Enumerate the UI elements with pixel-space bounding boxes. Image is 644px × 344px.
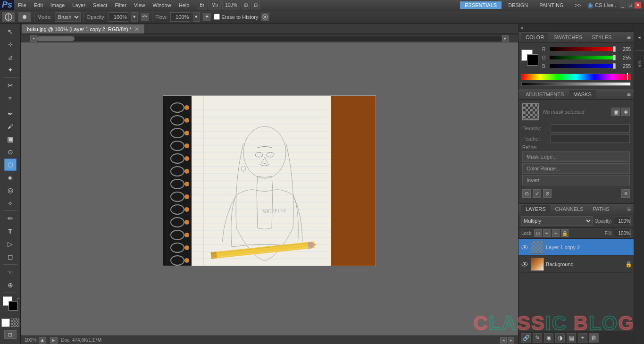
mask-preview-thumb[interactable] (522, 103, 539, 120)
mini-bridge-btn[interactable]: Mb (209, 1, 221, 9)
side-panel-toggle-1[interactable]: ◂ (635, 25, 644, 49)
new-layer-btn[interactable]: + (578, 333, 587, 343)
add-vector-mask-btn[interactable]: ◈ (621, 108, 630, 116)
g-slider[interactable] (550, 56, 616, 59)
erase-to-history-label[interactable]: Erase to History (214, 14, 258, 20)
airbrush-btn[interactable] (141, 13, 149, 21)
quick-mask-on-btn[interactable] (11, 319, 19, 327)
zoom-in-btn[interactable]: ▲ (39, 337, 46, 344)
hand-tool-btn[interactable]: ☜ (4, 266, 17, 278)
menu-select[interactable]: Select (89, 1, 111, 9)
mask-to-selection-btn[interactable]: ⊙ (522, 189, 531, 198)
swap-colors-btn[interactable]: ⇄ (17, 296, 20, 301)
color-panel-options[interactable]: ≡ (627, 34, 631, 41)
apply-mask-btn[interactable]: ✓ (533, 189, 541, 198)
blur-tool-btn[interactable]: ◎ (4, 184, 17, 196)
layer-row[interactable]: Layer 1 copy 2 (519, 239, 634, 256)
scrollbar-thumb[interactable] (37, 36, 75, 41)
move-tool-btn[interactable]: ↖ (4, 25, 17, 38)
canvas-image[interactable]: MICHELLE (163, 95, 376, 266)
panel-collapse-1[interactable]: ◂ (519, 24, 634, 32)
essentials-btn[interactable]: ESSENTIALS (460, 1, 502, 9)
r-slider[interactable] (550, 47, 616, 51)
mode-dropdown[interactable]: Brush (55, 12, 81, 22)
brush-preset-picker[interactable] (2, 12, 15, 22)
layer-visibility-btn[interactable] (520, 260, 529, 268)
design-btn[interactable]: DESIGN (503, 1, 533, 9)
painting-btn[interactable]: PAINTING (535, 1, 568, 9)
zoom-level-btn[interactable]: 100% (222, 1, 240, 9)
layers-tab[interactable]: LAYERS (521, 205, 550, 213)
layer-fx-btn[interactable]: fx (533, 333, 542, 343)
window-minimize-btn[interactable]: _ (619, 2, 626, 8)
window-maximize-btn[interactable]: □ (627, 2, 634, 8)
marquee-tool-btn[interactable]: ⊹ (4, 38, 17, 50)
density-input[interactable] (551, 124, 630, 133)
more-panels-btn[interactable]: >> (570, 1, 585, 9)
b-slider[interactable] (550, 64, 616, 68)
doc-info-btn[interactable]: ▶ (50, 337, 58, 344)
lock-transparent-btn[interactable]: ⊡ (534, 229, 542, 237)
brush-size-picker[interactable] (18, 12, 31, 22)
document-tab[interactable]: buku.jpg @ 100% (Layer 1 copy 2, RGB/8#)… (22, 24, 144, 34)
lock-all-btn[interactable]: 🔒 (561, 229, 569, 237)
type-tool-btn[interactable]: T (4, 225, 17, 237)
scrollbar-track[interactable] (37, 36, 502, 41)
add-pixel-mask-btn[interactable]: ▣ (611, 108, 620, 116)
scroll-right-indicator[interactable]: ▸ (508, 337, 514, 344)
masks-tab[interactable]: MASKS (569, 90, 596, 99)
clone-stamp-btn[interactable]: ▣ (4, 133, 17, 145)
magic-wand-btn[interactable]: ✦ (4, 64, 17, 76)
scroll-indicator[interactable]: ◂ (500, 337, 507, 344)
healing-brush-btn[interactable]: ✒ (4, 108, 17, 120)
color-range-btn[interactable]: Color Range... (522, 163, 630, 174)
feather-input[interactable] (551, 134, 630, 143)
opacity-menu-btn[interactable]: ▾ (131, 12, 138, 22)
menu-help[interactable]: Help (175, 1, 193, 9)
background-color[interactable] (8, 301, 18, 310)
canvas-scroll[interactable]: MICHELLE ◂ (21, 34, 518, 336)
fill-value-input[interactable] (614, 229, 631, 237)
opacity-value-input[interactable] (614, 217, 631, 225)
layer-row[interactable]: Background 🔒 (519, 256, 634, 273)
blend-mode-dropdown[interactable]: Multiply (521, 216, 593, 226)
delete-mask-btn[interactable]: ✕ (621, 189, 630, 198)
lock-position-btn[interactable]: ✛ (552, 229, 560, 237)
menu-filter[interactable]: Filter (111, 1, 130, 9)
layer-group-btn[interactable]: ▤ (567, 333, 576, 343)
menu-file[interactable]: File (14, 1, 30, 9)
tab-close-btn[interactable]: ✕ (134, 26, 139, 33)
gradient-tool-btn[interactable]: ◈ (4, 171, 17, 184)
mini-panel-1[interactable]: MB (635, 52, 644, 76)
opacity-input[interactable] (109, 12, 128, 22)
history-brush-btn[interactable]: ⊙ (4, 146, 17, 158)
tablet-pressure-btn[interactable]: ✦ (202, 13, 211, 21)
layers-panel-options[interactable]: ≡ (627, 205, 631, 213)
bridge-btn[interactable]: Br (197, 1, 207, 9)
flow-input[interactable] (170, 12, 190, 22)
eraser-tool-btn[interactable]: ⬡ (4, 159, 17, 171)
lock-image-btn[interactable]: ✒ (543, 229, 551, 237)
menu-image[interactable]: Image (47, 1, 69, 9)
styles-tab[interactable]: STYLES (587, 33, 616, 42)
screen-mode-tool-btn[interactable]: ⊡ (4, 330, 17, 339)
flow-menu-btn[interactable]: ▾ (193, 12, 200, 22)
crop-tool-btn[interactable]: ✂ (4, 79, 17, 92)
color-tab[interactable]: COLOR (521, 33, 548, 42)
menu-window[interactable]: Window (149, 1, 175, 9)
mask-edge-btn[interactable]: Mask Edge... (522, 151, 630, 162)
arrange-btn[interactable]: ⊞ (242, 1, 250, 9)
menu-view[interactable]: View (130, 1, 149, 9)
zoom-tool-btn[interactable]: ⊕ (4, 279, 17, 291)
cs-live-label[interactable]: CS Live... (595, 2, 618, 8)
layer-link-btn[interactable]: 🔗 (521, 333, 531, 343)
paths-tab[interactable]: PATHS (589, 205, 614, 213)
color-spectrum[interactable] (521, 74, 631, 80)
disable-mask-btn[interactable]: ⊘ (543, 189, 552, 198)
menu-layer[interactable]: Layer (68, 1, 89, 9)
erase-to-history-checkbox[interactable] (214, 14, 220, 20)
layer-mask-btn[interactable]: ◉ (544, 333, 553, 343)
eyedropper-btn[interactable]: ⌗ (4, 92, 17, 104)
window-close-btn[interactable]: ✕ (635, 2, 641, 8)
shape-tool-btn[interactable]: ◻ (4, 251, 17, 263)
